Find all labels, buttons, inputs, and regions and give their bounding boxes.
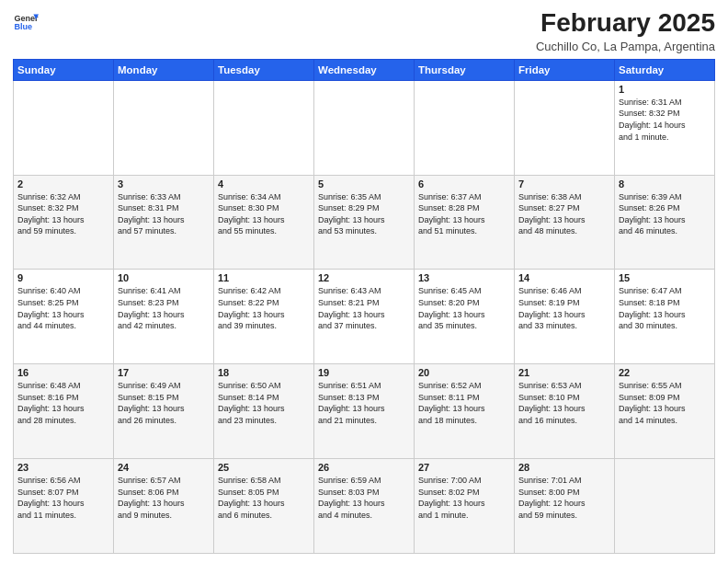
svg-text:Blue: Blue (14, 22, 32, 31)
calendar-week-row: 23Sunrise: 6:56 AM Sunset: 8:07 PM Dayli… (14, 459, 715, 554)
table-row: 1Sunrise: 6:31 AM Sunset: 8:32 PM Daylig… (615, 80, 715, 175)
table-row: 24Sunrise: 6:57 AM Sunset: 8:06 PM Dayli… (114, 459, 214, 554)
page: General Blue February 2025 Cuchillo Co, … (0, 0, 728, 563)
table-row: 23Sunrise: 6:56 AM Sunset: 8:07 PM Dayli… (14, 459, 114, 554)
day-info: Sunrise: 6:33 AM Sunset: 8:31 PM Dayligh… (118, 191, 210, 237)
day-info: Sunrise: 6:50 AM Sunset: 8:14 PM Dayligh… (218, 380, 310, 426)
calendar-table: Sunday Monday Tuesday Wednesday Thursday… (13, 59, 715, 554)
table-row (515, 80, 615, 175)
table-row: 5Sunrise: 6:35 AM Sunset: 8:29 PM Daylig… (314, 175, 415, 270)
day-info: Sunrise: 6:57 AM Sunset: 8:06 PM Dayligh… (118, 475, 210, 521)
day-info: Sunrise: 6:46 AM Sunset: 8:19 PM Dayligh… (518, 285, 610, 331)
table-row: 25Sunrise: 6:58 AM Sunset: 8:05 PM Dayli… (214, 459, 314, 554)
table-row: 10Sunrise: 6:41 AM Sunset: 8:23 PM Dayli… (114, 270, 214, 364)
day-info: Sunrise: 6:53 AM Sunset: 8:10 PM Dayligh… (518, 380, 610, 426)
table-row: 26Sunrise: 6:59 AM Sunset: 8:03 PM Dayli… (314, 459, 415, 554)
day-info: Sunrise: 6:51 AM Sunset: 8:13 PM Dayligh… (318, 380, 410, 426)
day-number: 3 (118, 178, 210, 190)
table-row: 27Sunrise: 7:00 AM Sunset: 8:02 PM Dayli… (415, 459, 515, 554)
day-info: Sunrise: 6:49 AM Sunset: 8:15 PM Dayligh… (118, 380, 210, 426)
table-row: 3Sunrise: 6:33 AM Sunset: 8:31 PM Daylig… (114, 175, 214, 270)
col-thursday: Thursday (415, 59, 515, 80)
day-info: Sunrise: 6:32 AM Sunset: 8:32 PM Dayligh… (17, 191, 109, 237)
day-number: 14 (518, 272, 610, 283)
day-number: 11 (218, 272, 310, 283)
day-number: 17 (118, 367, 210, 378)
table-row: 11Sunrise: 6:42 AM Sunset: 8:22 PM Dayli… (214, 270, 314, 364)
table-row (114, 80, 214, 175)
calendar-week-row: 16Sunrise: 6:48 AM Sunset: 8:16 PM Dayli… (14, 364, 715, 459)
day-number: 23 (17, 462, 109, 473)
day-info: Sunrise: 6:59 AM Sunset: 8:03 PM Dayligh… (318, 475, 410, 521)
calendar-header-row: Sunday Monday Tuesday Wednesday Thursday… (14, 59, 715, 80)
table-row (314, 80, 415, 175)
table-row: 17Sunrise: 6:49 AM Sunset: 8:15 PM Dayli… (114, 364, 214, 459)
table-row: 19Sunrise: 6:51 AM Sunset: 8:13 PM Dayli… (314, 364, 415, 459)
table-row: 18Sunrise: 6:50 AM Sunset: 8:14 PM Dayli… (214, 364, 314, 459)
table-row (415, 80, 515, 175)
day-info: Sunrise: 6:31 AM Sunset: 8:32 PM Dayligh… (619, 97, 711, 143)
day-info: Sunrise: 6:45 AM Sunset: 8:20 PM Dayligh… (418, 285, 510, 331)
day-number: 22 (619, 367, 711, 378)
day-info: Sunrise: 7:00 AM Sunset: 8:02 PM Dayligh… (418, 475, 510, 521)
header: General Blue February 2025 Cuchillo Co, … (13, 9, 715, 53)
day-number: 24 (118, 462, 210, 473)
col-tuesday: Tuesday (214, 59, 314, 80)
day-number: 27 (418, 462, 510, 473)
day-number: 2 (17, 178, 109, 190)
table-row (214, 80, 314, 175)
table-row: 13Sunrise: 6:45 AM Sunset: 8:20 PM Dayli… (415, 270, 515, 364)
day-number: 16 (17, 367, 109, 378)
calendar-week-row: 2Sunrise: 6:32 AM Sunset: 8:32 PM Daylig… (14, 175, 715, 270)
day-info: Sunrise: 6:41 AM Sunset: 8:23 PM Dayligh… (118, 285, 210, 331)
day-number: 9 (17, 272, 109, 283)
day-info: Sunrise: 7:01 AM Sunset: 8:00 PM Dayligh… (518, 475, 610, 521)
day-number: 13 (418, 272, 510, 283)
day-number: 1 (619, 84, 711, 95)
day-number: 20 (418, 367, 510, 378)
table-row (14, 80, 114, 175)
day-number: 19 (318, 367, 410, 378)
day-number: 7 (518, 178, 610, 190)
day-info: Sunrise: 6:40 AM Sunset: 8:25 PM Dayligh… (17, 285, 109, 331)
day-info: Sunrise: 6:43 AM Sunset: 8:21 PM Dayligh… (318, 285, 410, 331)
day-number: 4 (218, 178, 310, 190)
calendar-week-row: 1Sunrise: 6:31 AM Sunset: 8:32 PM Daylig… (14, 80, 715, 175)
col-friday: Friday (515, 59, 615, 80)
day-info: Sunrise: 6:35 AM Sunset: 8:29 PM Dayligh… (318, 191, 410, 237)
table-row: 20Sunrise: 6:52 AM Sunset: 8:11 PM Dayli… (415, 364, 515, 459)
col-monday: Monday (114, 59, 214, 80)
table-row: 2Sunrise: 6:32 AM Sunset: 8:32 PM Daylig… (14, 175, 114, 270)
day-number: 21 (518, 367, 610, 378)
day-info: Sunrise: 6:38 AM Sunset: 8:27 PM Dayligh… (518, 191, 610, 237)
month-year: February 2025 (536, 9, 715, 38)
calendar-week-row: 9Sunrise: 6:40 AM Sunset: 8:25 PM Daylig… (14, 270, 715, 364)
day-info: Sunrise: 6:48 AM Sunset: 8:16 PM Dayligh… (17, 380, 109, 426)
day-number: 15 (619, 272, 711, 283)
day-info: Sunrise: 6:34 AM Sunset: 8:30 PM Dayligh… (218, 191, 310, 237)
day-number: 8 (619, 178, 711, 190)
table-row: 12Sunrise: 6:43 AM Sunset: 8:21 PM Dayli… (314, 270, 415, 364)
table-row: 16Sunrise: 6:48 AM Sunset: 8:16 PM Dayli… (14, 364, 114, 459)
title-block: February 2025 Cuchillo Co, La Pampa, Arg… (536, 9, 715, 53)
col-saturday: Saturday (615, 59, 715, 80)
day-info: Sunrise: 6:39 AM Sunset: 8:26 PM Dayligh… (619, 191, 711, 237)
table-row: 15Sunrise: 6:47 AM Sunset: 8:18 PM Dayli… (615, 270, 715, 364)
day-number: 25 (218, 462, 310, 473)
day-number: 10 (118, 272, 210, 283)
day-number: 18 (218, 367, 310, 378)
location: Cuchillo Co, La Pampa, Argentina (536, 40, 715, 53)
table-row: 9Sunrise: 6:40 AM Sunset: 8:25 PM Daylig… (14, 270, 114, 364)
day-info: Sunrise: 6:56 AM Sunset: 8:07 PM Dayligh… (17, 475, 109, 521)
logo: General Blue (13, 9, 39, 35)
col-wednesday: Wednesday (314, 59, 415, 80)
table-row (615, 459, 715, 554)
day-number: 6 (418, 178, 510, 190)
table-row: 4Sunrise: 6:34 AM Sunset: 8:30 PM Daylig… (214, 175, 314, 270)
day-info: Sunrise: 6:42 AM Sunset: 8:22 PM Dayligh… (218, 285, 310, 331)
day-number: 28 (518, 462, 610, 473)
day-number: 26 (318, 462, 410, 473)
table-row: 21Sunrise: 6:53 AM Sunset: 8:10 PM Dayli… (515, 364, 615, 459)
day-info: Sunrise: 6:58 AM Sunset: 8:05 PM Dayligh… (218, 475, 310, 521)
table-row: 7Sunrise: 6:38 AM Sunset: 8:27 PM Daylig… (515, 175, 615, 270)
